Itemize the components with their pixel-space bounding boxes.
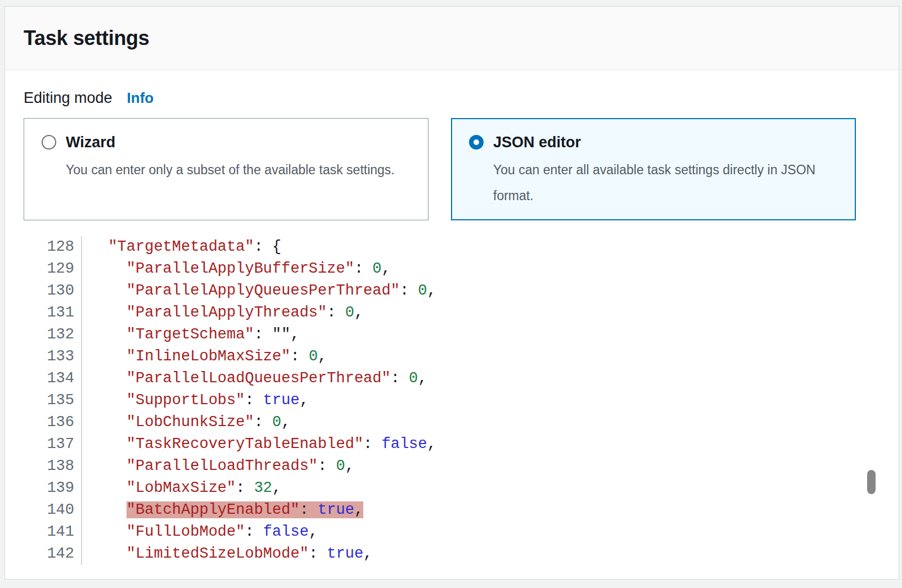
line-number: 130: [24, 280, 82, 302]
line-number: 132: [24, 324, 82, 346]
task-settings-panel: Task settings Editing mode Info Wizard Y…: [4, 6, 899, 580]
code-line[interactable]: 138 "ParallelLoadThreads": 0,: [24, 455, 899, 477]
line-number: 141: [24, 521, 82, 543]
code-line[interactable]: 140 "BatchApplyEnabled": true,: [24, 499, 899, 521]
line-number: 133: [24, 346, 82, 368]
code-text[interactable]: "ParallelApplyThreads": 0,: [82, 302, 363, 324]
code-text[interactable]: "ParallelLoadThreads": 0,: [82, 455, 354, 477]
line-number: 142: [24, 543, 82, 565]
line-number: 137: [24, 433, 82, 455]
code-text[interactable]: "LobChunkSize": 0,: [82, 411, 290, 433]
code-line[interactable]: 139 "LobMaxSize": 32,: [24, 477, 899, 499]
json-code-editor[interactable]: 128 "TargetMetadata": {129 "ParallelAppl…: [24, 236, 899, 565]
radio-wizard-icon[interactable]: [42, 135, 56, 150]
code-text[interactable]: "FullLobMode": false,: [82, 521, 318, 543]
code-text[interactable]: "ParallelApplyBufferSize": 0,: [82, 258, 391, 280]
code-line[interactable]: 133 "InlineLobMaxSize": 0,: [24, 346, 899, 368]
tile-wizard-description: You can enter only a subset of the avail…: [66, 157, 395, 183]
tile-wizard[interactable]: Wizard You can enter only a subset of th…: [24, 118, 429, 220]
tile-json-editor[interactable]: JSON editor You can enter all available …: [451, 118, 856, 220]
code-text[interactable]: "SupportLobs": true,: [82, 390, 309, 411]
code-text[interactable]: "TaskRecoveryTableEnabled": false,: [82, 433, 436, 455]
scrollbar-thumb[interactable]: [867, 470, 876, 494]
info-link[interactable]: Info: [127, 89, 154, 107]
code-text[interactable]: "TargetMetadata": {: [82, 236, 281, 258]
line-number: 135: [24, 390, 82, 411]
code-text[interactable]: "BatchApplyEnabled": true,: [82, 499, 363, 521]
line-number: 129: [24, 258, 82, 280]
line-number: 140: [24, 499, 82, 521]
code-line[interactable]: 131 "ParallelApplyThreads": 0,: [24, 302, 899, 324]
code-line[interactable]: 141 "FullLobMode": false,: [24, 521, 899, 543]
editing-mode-row: Editing mode Info: [24, 89, 899, 107]
code-text[interactable]: "ParallelLoadQueuesPerThread": 0,: [82, 368, 427, 390]
code-line[interactable]: 130 "ParallelApplyQueuesPerThread": 0,: [24, 280, 899, 302]
code-line[interactable]: 132 "TargetSchema": "",: [24, 324, 899, 346]
line-number: 134: [24, 368, 82, 390]
line-number: 128: [24, 236, 82, 258]
tile-json-editor-label: JSON editor: [493, 132, 842, 152]
line-number: 138: [24, 455, 82, 477]
line-number: 131: [24, 302, 82, 324]
code-line[interactable]: 142 "LimitedSizeLobMode": true,: [24, 543, 899, 565]
line-number: 139: [24, 477, 82, 499]
page-title: Task settings: [24, 26, 150, 50]
code-text[interactable]: "ParallelApplyQueuesPerThread": 0,: [82, 280, 436, 302]
tile-json-editor-description: You can enter all available task setting…: [493, 157, 842, 209]
line-number: 136: [24, 411, 82, 433]
panel-header: Task settings: [5, 7, 899, 70]
highlighted-code: "BatchApplyEnabled": true,: [127, 501, 363, 518]
code-text[interactable]: "LobMaxSize": 32,: [82, 477, 281, 499]
code-text[interactable]: "LimitedSizeLobMode": true,: [82, 543, 372, 565]
code-text[interactable]: "InlineLobMaxSize": 0,: [82, 346, 327, 368]
editing-mode-label: Editing mode: [24, 89, 112, 107]
panel-content: Editing mode Info Wizard You can enter o…: [5, 70, 899, 565]
tile-wizard-label: Wizard: [66, 132, 395, 152]
code-line[interactable]: 129 "ParallelApplyBufferSize": 0,: [24, 258, 899, 280]
code-line[interactable]: 135 "SupportLobs": true,: [24, 390, 899, 411]
code-text[interactable]: "TargetSchema": "",: [82, 324, 300, 346]
code-line[interactable]: 137 "TaskRecoveryTableEnabled": false,: [24, 433, 899, 455]
code-line[interactable]: 134 "ParallelLoadQueuesPerThread": 0,: [24, 368, 899, 390]
code-line[interactable]: 136 "LobChunkSize": 0,: [24, 411, 899, 433]
editing-mode-tiles: Wizard You can enter only a subset of th…: [24, 118, 856, 220]
code-line[interactable]: 128 "TargetMetadata": {: [24, 236, 899, 258]
radio-dot: [473, 139, 479, 145]
radio-json-editor-icon[interactable]: [469, 135, 484, 150]
